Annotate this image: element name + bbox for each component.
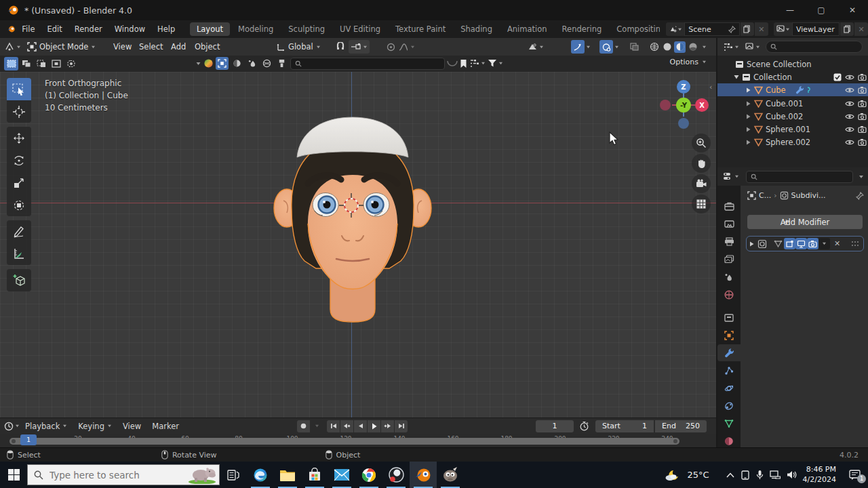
expand-panel-icon[interactable]	[749, 241, 754, 247]
eye-icon[interactable]	[845, 100, 854, 107]
menu-keying[interactable]: Keying	[73, 422, 117, 431]
disclosure-open-icon[interactable]	[734, 75, 739, 79]
xray-toggle[interactable]	[629, 38, 639, 56]
scene-delete-icon[interactable]: ✕	[755, 22, 768, 36]
viewlayer-new-icon[interactable]	[840, 22, 854, 36]
menu-file[interactable]: File	[16, 20, 41, 38]
tool-add-cube[interactable]	[7, 269, 31, 291]
menu-edit[interactable]: Edit	[41, 20, 68, 38]
properties-options-icon[interactable]	[859, 175, 864, 179]
collections-filter-dropdown[interactable]	[469, 59, 486, 68]
modifier-panel-header[interactable]: ✕	[746, 236, 864, 251]
jump-to-start-button[interactable]	[327, 420, 340, 432]
camera-icon[interactable]	[858, 113, 867, 120]
play-reverse-button[interactable]	[354, 420, 367, 432]
timeline-ruler[interactable]: 20 40 60 80 100 120 140 160 180 200 220 …	[0, 434, 716, 447]
menu-help[interactable]: Help	[151, 20, 181, 38]
tab-compositing[interactable]: Compositing	[610, 22, 660, 36]
maximize-button[interactable]: ▢	[806, 0, 837, 20]
tab-constraints[interactable]	[717, 397, 741, 414]
outliner-filter-dropdown[interactable]	[745, 43, 760, 51]
outliner-search-input[interactable]	[766, 41, 863, 53]
select-mode-intersect-icon[interactable]	[64, 57, 78, 70]
weather-icon[interactable]	[665, 468, 681, 482]
filter-object-icon[interactable]	[216, 57, 229, 70]
options-dropdown[interactable]: Options	[670, 58, 707, 66]
timeline-scrollbar[interactable]	[9, 438, 679, 445]
outliner-display-mode-dropdown[interactable]	[723, 43, 739, 52]
camera-icon[interactable]	[858, 100, 867, 107]
tab-texture-paint[interactable]: Texture Paint	[389, 22, 452, 36]
tab-scene[interactable]	[717, 268, 741, 285]
filter-funnel-dropdown[interactable]	[488, 59, 503, 68]
taskbar-search[interactable]	[27, 464, 220, 485]
modifier-on-cage-toggle[interactable]	[784, 238, 795, 249]
mode-dropdown[interactable]: Object Mode	[27, 38, 96, 56]
outliner-row-collection[interactable]: Collection	[717, 70, 868, 83]
tool-select-box[interactable]	[7, 78, 31, 100]
id-filter-collapse-icon[interactable]	[195, 62, 201, 66]
gimp-icon[interactable]	[437, 462, 464, 488]
viewport-3d[interactable]: Front Orthographic (1) Collection | Cube…	[0, 72, 716, 418]
tab-tool[interactable]	[717, 198, 741, 215]
viewlayer-name-field[interactable]: ViewLayer	[792, 22, 840, 36]
editor-type-button[interactable]	[4, 38, 21, 56]
tab-physics[interactable]	[717, 380, 741, 396]
properties-editor-type-button[interactable]	[723, 172, 739, 181]
timeline-editor-type-button[interactable]	[4, 422, 20, 431]
play-button[interactable]	[368, 420, 380, 432]
chrome-icon[interactable]	[355, 462, 382, 488]
disclosure-closed-icon[interactable]	[746, 114, 751, 119]
shading-material-icon[interactable]	[674, 41, 686, 53]
taskbar-search-input[interactable]	[50, 470, 172, 481]
tab-modifiers[interactable]	[717, 344, 741, 361]
mail-icon[interactable]	[328, 462, 355, 488]
properties-search-input[interactable]	[746, 171, 853, 183]
tool-annotate[interactable]	[7, 220, 31, 243]
tab-view-layer[interactable]	[717, 251, 741, 268]
filter-scene-icon[interactable]	[245, 57, 258, 70]
select-mode-subtract-icon[interactable]	[34, 57, 48, 70]
tab-world[interactable]	[717, 286, 741, 303]
viewlayer-browse-icon[interactable]	[774, 22, 792, 36]
camera-icon[interactable]	[858, 86, 867, 94]
select-mode-invert-icon[interactable]	[49, 57, 63, 70]
tab-uv-editing[interactable]: UV Editing	[333, 22, 387, 36]
menu-timeline-view[interactable]: View	[117, 422, 146, 431]
bookmark-icon[interactable]	[460, 59, 467, 68]
outliner-row-scene-collection[interactable]: Scene Collection	[717, 58, 868, 70]
action-center-button[interactable]: 1	[849, 470, 861, 481]
menu-render[interactable]: Render	[68, 20, 108, 38]
tool-cursor[interactable]	[7, 100, 31, 123]
pin-icon[interactable]	[728, 26, 736, 33]
tab-object[interactable]	[717, 327, 741, 344]
tab-rendering[interactable]: Rendering	[555, 22, 609, 36]
modifier-extras-dropdown[interactable]	[818, 238, 830, 249]
orthographic-toggle-button[interactable]	[692, 195, 711, 214]
breadcrumb-object[interactable]: C...	[759, 191, 771, 200]
close-button[interactable]: ✕	[837, 0, 868, 20]
pan-button[interactable]	[692, 154, 711, 173]
snap-toggle[interactable]	[336, 38, 345, 56]
transform-orientation-dropdown[interactable]: Global	[277, 38, 321, 56]
keying-set-dropdown[interactable]	[311, 420, 323, 432]
tray-expand-icon[interactable]	[726, 472, 734, 478]
shading-dropdown-icon[interactable]	[702, 45, 707, 49]
tab-shading[interactable]: Shading	[454, 22, 499, 36]
tablet-mode-icon[interactable]	[741, 470, 750, 480]
camera-icon[interactable]	[858, 138, 867, 146]
breadcrumb-modifier[interactable]: Subdivi...	[791, 191, 826, 200]
visibility-dropdown[interactable]	[528, 38, 544, 56]
eye-icon[interactable]	[845, 74, 854, 81]
menu-object[interactable]: Object	[189, 38, 226, 56]
viewlayer-delete-icon[interactable]: ✕	[854, 22, 868, 36]
tab-collection-props[interactable]	[717, 309, 741, 326]
menu-playback[interactable]: Playback	[20, 422, 73, 431]
blender-taskbar-icon[interactable]	[410, 462, 437, 488]
tab-modeling[interactable]: Modeling	[231, 22, 280, 36]
task-view-button[interactable]	[220, 462, 247, 488]
eye-icon[interactable]	[845, 126, 854, 133]
tab-output[interactable]	[717, 233, 741, 250]
checkbox-icon[interactable]	[833, 73, 842, 81]
microphone-icon[interactable]	[756, 470, 764, 480]
